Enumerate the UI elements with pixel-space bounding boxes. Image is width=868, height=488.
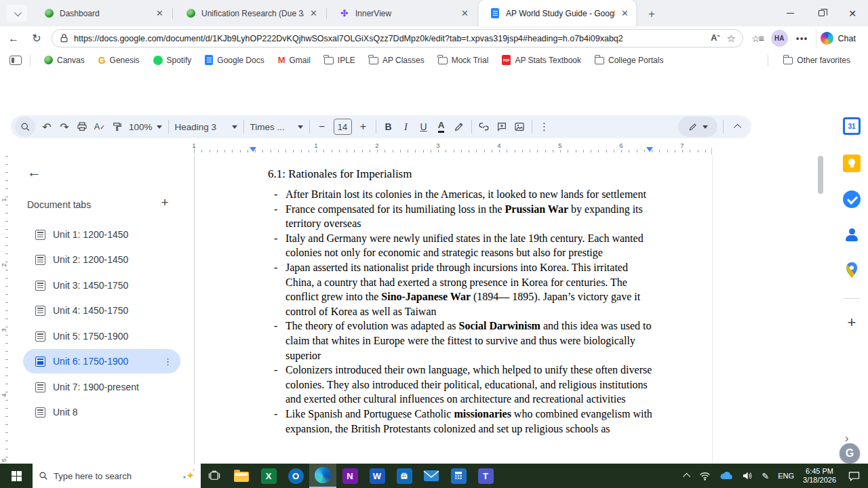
add-comment-button[interactable] [493, 118, 511, 136]
mail-button[interactable] [418, 464, 445, 488]
document-icon [35, 255, 45, 265]
file-explorer-button[interactable] [228, 464, 255, 488]
refresh-button[interactable]: ↻ [27, 29, 46, 48]
text-color-button[interactable]: A [438, 121, 445, 133]
favorites-list-icon[interactable]: ☆≡ [751, 33, 763, 44]
zoom-select[interactable]: 100% [126, 118, 165, 136]
minimize-button[interactable] [774, 0, 806, 26]
paint-format-button[interactable] [108, 118, 126, 136]
taskbar-clock[interactable]: 6:45 PM 3/18/2026 [803, 467, 836, 485]
underline-button[interactable]: U [415, 118, 433, 136]
doc-tab-unit-2[interactable]: Unit 2: 1200-1450 [23, 247, 180, 272]
undo-button[interactable]: ↶ [38, 118, 56, 136]
bookmark-gmail[interactable]: MGmail [271, 53, 317, 67]
favorite-star-icon[interactable]: ☆ [727, 33, 736, 45]
store-button[interactable] [391, 464, 418, 488]
bold-button[interactable]: B [380, 118, 397, 136]
word-button[interactable]: W [363, 464, 391, 488]
close-icon[interactable]: ✕ [308, 7, 319, 19]
font-select[interactable]: Times ... [248, 118, 306, 136]
doc-tab-unit-5[interactable]: Unit 5: 1750-1900 [23, 324, 180, 348]
tab-dashboard[interactable]: Dashboard ✕ [33, 0, 171, 26]
redo-button[interactable]: ↷ [56, 118, 73, 136]
bookmark-folder-college-portals[interactable]: College Portals [588, 54, 670, 67]
calculator-button[interactable] [445, 464, 472, 488]
restore-button[interactable] [806, 0, 837, 26]
bookmark-ap-stats-textbook[interactable]: PDFAP Stats Textbook [495, 53, 588, 67]
tab-options-icon[interactable]: ⋮ [163, 357, 172, 367]
spelling-check-button[interactable]: A✓ [91, 118, 108, 136]
doc-tab-unit-3[interactable]: Unit 3: 1450-1750 [23, 273, 180, 298]
wifi-icon[interactable] [699, 472, 711, 481]
bookmark-folder-ap-classes[interactable]: AP Classes [362, 54, 431, 67]
teams-button[interactable]: T [472, 464, 499, 488]
get-add-ons-button[interactable]: + [842, 313, 861, 332]
google-keep-button[interactable] [842, 154, 861, 173]
paragraph-style-select[interactable]: Heading 3 [172, 118, 240, 136]
copilot-chat-button[interactable]: Chat [816, 29, 862, 47]
google-tasks-button[interactable] [842, 190, 861, 209]
google-contacts-button[interactable] [842, 226, 861, 245]
outlook-button[interactable]: O [282, 464, 309, 488]
bookmark-canvas[interactable]: Canvas [37, 54, 92, 67]
bullet-marker: - [274, 202, 277, 217]
google-maps-button[interactable] [842, 261, 861, 280]
close-icon[interactable]: ✕ [619, 7, 631, 19]
close-icon[interactable]: ✕ [154, 7, 165, 19]
profile-badge[interactable]: HA [771, 30, 788, 47]
onenote-button[interactable]: N [336, 464, 363, 488]
start-button[interactable] [0, 464, 33, 488]
other-favorites-button[interactable]: Other favorites [776, 54, 857, 67]
back-button[interactable]: ← [4, 29, 23, 48]
tab-ap-world-study-guide[interactable]: AP World Study Guide - Google Dc ✕ [479, 0, 636, 26]
highlight-color-button[interactable] [450, 118, 468, 136]
bookmark-google-docs[interactable]: Google Docs [198, 53, 271, 67]
grammarly-button[interactable]: G [840, 443, 860, 464]
doc-tab-unit-8[interactable]: Unit 8 [23, 400, 180, 424]
taskbar-search-box[interactable]: Type here to search ✦✦• [33, 464, 201, 488]
close-button[interactable]: ✕ [837, 0, 868, 26]
tab-unification-research[interactable]: Unification Research (Due 3/19) ✕ [174, 0, 325, 26]
address-bar[interactable]: https://docs.google.com/document/d/1KJb9… [52, 29, 743, 47]
tab-search-menu-button[interactable] [7, 5, 27, 22]
insert-link-button[interactable] [475, 118, 493, 136]
language-indicator[interactable]: ENG [778, 472, 794, 480]
tab-innerview[interactable]: ✣ InnerView ✕ [328, 0, 476, 26]
more-options-icon[interactable]: ⋮ [536, 118, 553, 136]
insert-image-button[interactable] [511, 118, 528, 136]
doc-tab-unit-6[interactable]: Unit 6: 1750-1900 ⋮ [23, 349, 180, 373]
font-size-input[interactable]: 14 [334, 119, 352, 135]
onedrive-icon[interactable] [719, 472, 733, 481]
close-icon[interactable]: ✕ [459, 7, 471, 19]
search-menus-button[interactable] [15, 117, 35, 137]
doc-tab-unit-4[interactable]: Unit 4: 1450-1750 [23, 298, 180, 323]
settings-more-icon[interactable]: ••• [796, 33, 808, 44]
italic-button[interactable]: I [397, 118, 415, 136]
print-button[interactable] [73, 118, 91, 136]
google-docs-favicon [490, 8, 500, 19]
new-tab-button[interactable]: + [643, 5, 660, 23]
vertical-scrollbar[interactable] [818, 156, 823, 194]
action-center-button[interactable] [845, 471, 863, 481]
bookmark-folder-iple[interactable]: IPLE [317, 54, 362, 67]
close-panel-button[interactable]: ← [27, 164, 41, 180]
editing-mode-button[interactable] [678, 117, 717, 137]
bookmark-spotify[interactable]: Spotify [146, 54, 199, 67]
add-tab-button[interactable]: + [156, 194, 174, 211]
hide-menus-button[interactable] [731, 119, 746, 134]
increase-font-size-button[interactable]: + [355, 118, 372, 136]
bookmark-genesis[interactable]: GGenesis [92, 53, 146, 68]
bookmark-folder-mock-trial[interactable]: Mock Trial [431, 54, 496, 67]
decrease-font-size-button[interactable]: − [313, 118, 331, 136]
bullet-item: -Japan asserted its nationalist pride th… [285, 260, 653, 319]
sidebar-panel-icon[interactable] [9, 56, 22, 65]
pen-icon[interactable]: ✎ [762, 471, 769, 481]
volume-icon[interactable] [742, 471, 753, 481]
google-calendar-button[interactable]: 31 [842, 117, 861, 136]
task-view-button[interactable] [201, 464, 228, 488]
read-aloud-icon[interactable]: A⌁ [711, 33, 719, 43]
edge-button[interactable] [309, 464, 336, 488]
doc-tab-unit-1[interactable]: Unit 1: 1200-1450 [23, 222, 180, 247]
excel-button[interactable]: X [255, 464, 282, 488]
doc-tab-unit-7[interactable]: Unit 7: 1900-present [23, 375, 180, 399]
